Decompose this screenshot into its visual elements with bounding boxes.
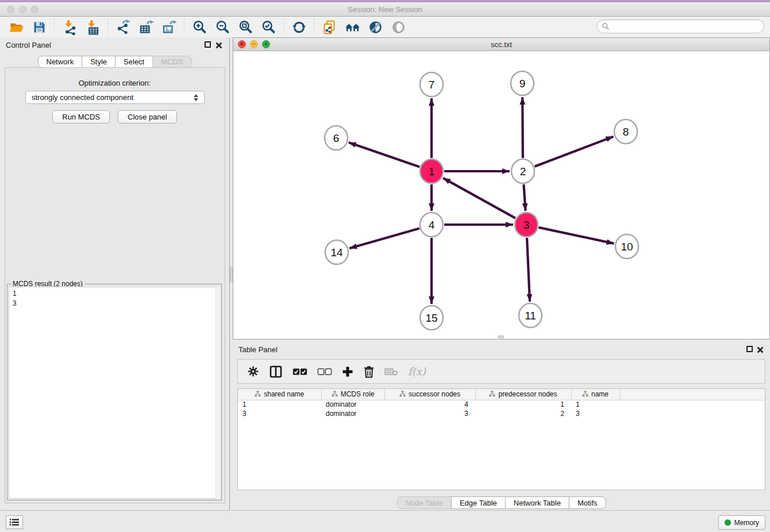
- criterion-select[interactable]: strongly connected component: [25, 91, 205, 104]
- edge-1-6[interactable]: [349, 142, 420, 167]
- add-column-button[interactable]: [342, 364, 353, 380]
- graph-node-8[interactable]: 8: [614, 119, 637, 144]
- graph-node-15[interactable]: 15: [420, 306, 443, 330]
- table-cell[interactable]: 3: [238, 409, 321, 418]
- column-header-name[interactable]: name: [571, 389, 619, 400]
- search-input[interactable]: [610, 21, 764, 32]
- toolbar-separator: [314, 19, 314, 35]
- table-settings-button[interactable]: [247, 364, 259, 380]
- deselect-all-button[interactable]: [317, 364, 332, 380]
- graph-node-6[interactable]: 6: [325, 126, 348, 150]
- column-header-predecessor-nodes[interactable]: predecessor nodes: [475, 389, 571, 400]
- search-field[interactable]: [596, 20, 764, 33]
- graph-node-3[interactable]: 3: [515, 213, 538, 237]
- list-icon: [9, 518, 20, 526]
- table-row[interactable]: 3dominator323: [238, 409, 765, 418]
- graph-node-2[interactable]: 2: [511, 159, 534, 183]
- toolbar-separator: [107, 19, 108, 35]
- network-overview-button[interactable]: [341, 18, 364, 36]
- unchecked-boxes-icon: [317, 368, 332, 376]
- zoom-in-button[interactable]: [188, 18, 211, 36]
- tab-node-table[interactable]: Node Table: [396, 496, 452, 509]
- float-table-panel-icon[interactable]: [746, 346, 753, 352]
- network-graph[interactable]: 7968124314101511: [233, 51, 769, 339]
- edge-2-9[interactable]: [522, 97, 523, 158]
- close-panel-icon[interactable]: [215, 41, 222, 48]
- float-panel-icon[interactable]: [205, 41, 211, 48]
- zoom-selected-button[interactable]: [257, 18, 280, 36]
- graph-node-4[interactable]: 4: [420, 213, 443, 237]
- delete-column-button[interactable]: [363, 364, 375, 380]
- graph-node-9[interactable]: 9: [511, 71, 534, 95]
- graph-node-11[interactable]: 11: [519, 303, 542, 327]
- network-resize-handle[interactable]: [498, 336, 504, 338]
- fit-content-button[interactable]: [234, 18, 257, 36]
- graph-node-10[interactable]: 10: [615, 234, 638, 259]
- tab-network-table[interactable]: Network Table: [505, 496, 569, 509]
- main-toolbar: [0, 17, 770, 37]
- column-header-successor-nodes[interactable]: successor nodes: [384, 389, 475, 400]
- search-icon: [602, 22, 610, 30]
- table-cell[interactable]: dominator: [321, 409, 384, 418]
- toolbar-separator: [184, 19, 184, 35]
- edge-3-11[interactable]: [527, 238, 530, 302]
- table-cell[interactable]: 2: [475, 409, 571, 418]
- graph-node-7[interactable]: 7: [420, 72, 443, 97]
- table-cell[interactable]: 1: [571, 400, 619, 409]
- import-table-button[interactable]: [81, 18, 104, 36]
- zoom-out-button[interactable]: [211, 18, 234, 36]
- import-network-button[interactable]: [58, 18, 81, 36]
- apply-style-button[interactable]: [364, 18, 387, 36]
- run-mcds-button[interactable]: Run MCDS: [52, 110, 110, 124]
- edge-3-1[interactable]: [443, 178, 515, 218]
- edge-4-14[interactable]: [349, 228, 419, 248]
- toggle-columns-button[interactable]: [269, 364, 283, 380]
- edge-3-10[interactable]: [539, 228, 614, 244]
- tab-style[interactable]: Style: [82, 56, 116, 68]
- network-canvas[interactable]: 7968124314101511: [233, 51, 769, 339]
- table-row[interactable]: 1dominator411: [238, 400, 765, 409]
- export-image-icon: [161, 20, 177, 35]
- tab-motifs[interactable]: Motifs: [569, 496, 606, 509]
- table-panel-header: Table Panel: [233, 342, 770, 357]
- show-graphics-details-button[interactable]: [387, 18, 410, 36]
- table-cell[interactable]: 1: [238, 400, 321, 409]
- function-builder-button[interactable]: f(x): [408, 364, 426, 380]
- table-cell[interactable]: dominator: [321, 400, 384, 409]
- column-header-shared-name[interactable]: shared name: [238, 389, 321, 400]
- close-panel-button[interactable]: Close panel: [118, 110, 177, 124]
- task-history-button[interactable]: [6, 515, 23, 529]
- tab-network[interactable]: Network: [37, 56, 82, 68]
- close-table-panel-icon[interactable]: [757, 345, 764, 352]
- select-all-button[interactable]: [292, 364, 307, 380]
- copy-view-button[interactable]: [318, 18, 341, 36]
- edge-2-8[interactable]: [535, 137, 614, 167]
- delete-table-button[interactable]: [384, 364, 398, 380]
- table-cell[interactable]: 1: [475, 400, 571, 409]
- refresh-view-button[interactable]: [287, 18, 310, 36]
- save-session-button[interactable]: [28, 18, 51, 36]
- node-label: 10: [621, 241, 633, 253]
- export-table-button[interactable]: [134, 18, 157, 36]
- edge-2-3[interactable]: [523, 184, 525, 211]
- tab-edge-table[interactable]: Edge Table: [451, 496, 506, 509]
- mcds-result-textarea[interactable]: 13: [9, 287, 220, 499]
- window-title: Session: New Session: [0, 5, 770, 14]
- memory-button[interactable]: Memory: [718, 515, 765, 530]
- table-cell[interactable]: 3: [571, 409, 619, 418]
- graph-node-14[interactable]: 14: [325, 240, 348, 264]
- result-scrollbar[interactable]: [215, 287, 220, 499]
- hierarchy-icon: [489, 391, 495, 397]
- graph-node-1[interactable]: 1: [420, 159, 443, 183]
- control-panel-tabs: NetworkStyleSelectMCDS: [37, 56, 191, 68]
- export-image-button[interactable]: [157, 18, 180, 36]
- tab-mcds[interactable]: MCDS: [152, 56, 191, 68]
- table-cell[interactable]: 3: [384, 409, 475, 418]
- export-network-button[interactable]: [111, 18, 134, 36]
- tab-select[interactable]: Select: [115, 56, 153, 68]
- column-header-MCDS-role[interactable]: MCDS role: [321, 389, 384, 400]
- open-session-button[interactable]: [5, 18, 28, 36]
- table-cell[interactable]: 4: [384, 400, 475, 409]
- mcds-result-group: MCDS result (2 nodes) 13: [7, 284, 222, 500]
- node-label: 1: [429, 165, 435, 178]
